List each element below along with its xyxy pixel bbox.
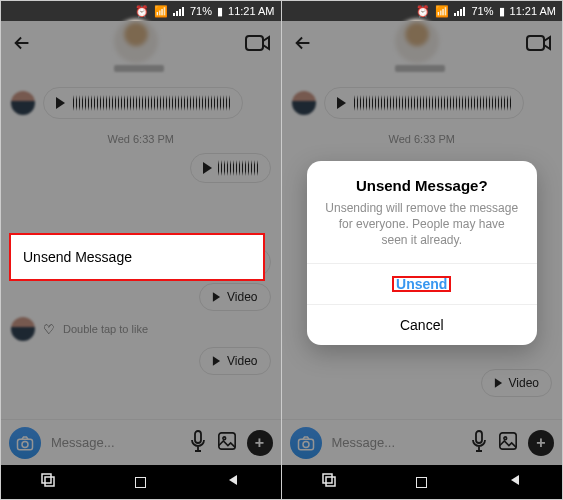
home-icon[interactable] <box>416 477 427 488</box>
clock-text: 11:21 AM <box>510 5 556 17</box>
alarm-icon: ⏰ <box>135 5 149 18</box>
alarm-icon: ⏰ <box>416 5 430 18</box>
svg-rect-14 <box>323 474 332 483</box>
left-screenshot: ⏰ 📶 71% ▮ 11:21 AM Wed 6:33 PM <box>1 1 282 499</box>
unsend-action-sheet: Unsend Message <box>9 233 265 281</box>
svg-rect-7 <box>45 477 54 486</box>
signal-icon <box>454 7 466 16</box>
battery-text: 71% <box>471 5 493 17</box>
clock-text: 11:21 AM <box>228 5 274 17</box>
back-nav-icon[interactable] <box>508 473 522 491</box>
recents-icon[interactable] <box>322 473 336 491</box>
battery-icon: ▮ <box>217 5 223 18</box>
unsend-button[interactable]: Unsend <box>307 263 537 304</box>
wifi-icon: 📶 <box>435 5 449 18</box>
home-icon[interactable] <box>135 477 146 488</box>
signal-icon <box>173 7 185 16</box>
unsend-dialog: Unsend Message? Unsending will remove th… <box>307 161 537 345</box>
right-screenshot: ⏰ 📶 71% ▮ 11:21 AM Wed 6:33 PM <box>282 1 563 499</box>
dialog-title: Unsend Message? <box>307 161 537 200</box>
battery-text: 71% <box>190 5 212 17</box>
dialog-body: Unsending will remove the message for ev… <box>307 200 537 263</box>
android-navbar <box>1 465 281 499</box>
recents-icon[interactable] <box>41 473 55 491</box>
android-navbar <box>282 465 563 499</box>
cancel-button[interactable]: Cancel <box>307 304 537 345</box>
unsend-message-option[interactable]: Unsend Message <box>13 237 261 277</box>
back-nav-icon[interactable] <box>226 473 240 491</box>
svg-rect-15 <box>326 477 335 486</box>
svg-rect-6 <box>42 474 51 483</box>
battery-icon: ▮ <box>499 5 505 18</box>
wifi-icon: 📶 <box>154 5 168 18</box>
